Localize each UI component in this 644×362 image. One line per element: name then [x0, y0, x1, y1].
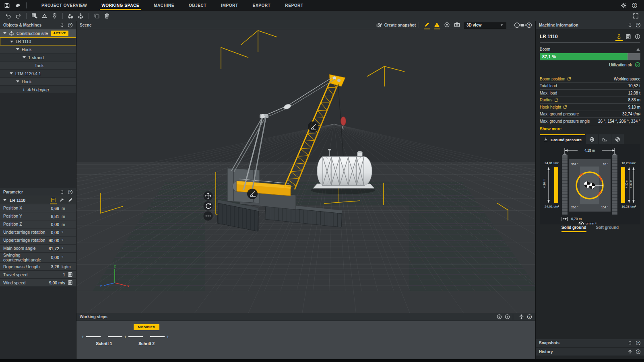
carbody-angle-badge[interactable]: [247, 189, 258, 199]
record-icon[interactable]: [444, 22, 450, 29]
snapshots-header[interactable]: Snapshots ?: [536, 339, 644, 347]
add-step-button[interactable]: +: [165, 334, 170, 339]
info-tab-icon[interactable]: [635, 34, 640, 39]
show-more-link[interactable]: Show more: [540, 127, 640, 131]
hook-tab-icon[interactable]: [616, 34, 622, 39]
collapse-panel-icon[interactable]: [627, 340, 633, 346]
tab-ground-pressure[interactable]: Ground pressure: [540, 134, 585, 144]
previous-step-icon[interactable]: [497, 314, 502, 319]
collapse-panel-icon[interactable]: [60, 23, 65, 28]
parameter-value[interactable]: 0,00: [51, 222, 59, 227]
import-object-icon[interactable]: [78, 13, 84, 19]
chevron-down-icon[interactable]: [16, 48, 19, 50]
parameter-machine-row[interactable]: LR 1110: [0, 196, 76, 204]
nav-tab-project-overview[interactable]: PROJECT OVERVIEW: [34, 0, 94, 11]
nav-tab-machine[interactable]: MACHINE: [147, 0, 182, 11]
fullscreen-icon[interactable]: [633, 13, 639, 19]
collapse-panel-icon[interactable]: [627, 23, 633, 28]
save-icon[interactable]: [4, 2, 10, 8]
nav-tab-export[interactable]: EXPORT: [246, 0, 278, 11]
help-icon[interactable]: ?: [636, 349, 641, 354]
redo-icon[interactable]: [15, 13, 21, 19]
info-label-link[interactable]: Boom position: [540, 77, 571, 81]
chevron-down-icon[interactable]: [16, 80, 19, 82]
nav-tab-report[interactable]: REPORT: [278, 0, 310, 11]
next-step-icon[interactable]: [505, 314, 510, 319]
parameter-list-tab-icon[interactable]: [51, 197, 56, 203]
undo-icon[interactable]: [5, 13, 11, 19]
insert-machine-icon[interactable]: [68, 13, 74, 19]
help-icon[interactable]: ?: [68, 189, 73, 195]
edit-pencil-icon[interactable]: [68, 197, 73, 203]
more-tool-button[interactable]: [204, 212, 213, 221]
collapse-panel-icon[interactable]: [519, 314, 524, 319]
camera-icon[interactable]: [454, 22, 460, 29]
configure-wrench-icon[interactable]: [59, 197, 64, 203]
info-label-link[interactable]: Radius: [540, 98, 558, 102]
nav-tab-object[interactable]: OBJECT: [182, 0, 214, 11]
location-pin-icon[interactable]: [52, 13, 58, 19]
create-snapshot-button[interactable]: Create snapshot: [376, 22, 416, 28]
parameter-value[interactable]: 0,69: [51, 206, 59, 211]
tree-item-tank[interactable]: Tank: [0, 62, 76, 70]
tree-item-lr-1110[interactable]: LR 1110: [0, 37, 76, 45]
snapshots-title: Snapshots: [539, 341, 559, 345]
info-icon[interactable]: [514, 22, 520, 28]
delete-icon[interactable]: [104, 13, 110, 19]
rotate-tool-button[interactable]: [204, 202, 213, 211]
parameter-value[interactable]: 0,00: [51, 255, 59, 260]
nav-tab-import[interactable]: IMPORT: [214, 0, 246, 11]
list-icon[interactable]: [68, 280, 73, 285]
video-icon[interactable]: [520, 22, 526, 28]
tab-inclination[interactable]: [598, 134, 611, 144]
parameter-value[interactable]: 3,26: [51, 264, 59, 269]
nav-tab-working-space[interactable]: WORKING SPACE: [94, 0, 147, 11]
tab-soft-ground[interactable]: Soft ground: [596, 225, 619, 232]
add-step-button[interactable]: +: [123, 334, 128, 339]
help-icon[interactable]: ?: [527, 314, 532, 319]
tree-item-hook[interactable]: Hook: [0, 45, 76, 53]
collapse-panel-icon[interactable]: [627, 349, 633, 354]
move-tool-button[interactable]: [204, 191, 213, 201]
tree-item-ltm-1120-4-1[interactable]: LTM 1120-4.1: [0, 70, 76, 78]
duplicate-icon[interactable]: [94, 13, 100, 19]
help-icon[interactable]: ?: [68, 23, 73, 28]
hook-ball[interactable]: [341, 117, 346, 125]
help-icon[interactable]: ?: [632, 2, 638, 8]
chevron-down-icon[interactable]: [23, 56, 26, 58]
view-mode-select[interactable]: 3D view: [464, 22, 506, 29]
parameter-value[interactable]: 1: [63, 272, 65, 277]
help-icon[interactable]: ?: [636, 23, 641, 28]
parameter-value[interactable]: 0,00: [51, 230, 59, 235]
settings-gear-icon[interactable]: [621, 2, 627, 8]
history-header[interactable]: History ?: [536, 348, 644, 356]
collapse-panel-icon[interactable]: [60, 189, 65, 195]
tab-solid-ground[interactable]: Solid ground: [561, 225, 586, 232]
parameter-value[interactable]: 9,00 m/s: [49, 280, 65, 285]
add-step-button[interactable]: +: [80, 334, 85, 339]
warnings-toggle-icon[interactable]: [434, 22, 440, 29]
help-icon[interactable]: ?: [526, 22, 532, 28]
chevron-down-icon[interactable]: [10, 72, 13, 74]
tree-item-1-strand[interactable]: 1-strand: [0, 53, 76, 62]
draw-tool-icon[interactable]: [424, 22, 430, 29]
tab-geo-view[interactable]: [585, 134, 598, 144]
measure-icon[interactable]: [41, 13, 47, 19]
parameter-value[interactable]: 8,81: [51, 214, 59, 219]
list-icon[interactable]: [68, 272, 73, 277]
list-tab-icon[interactable]: [625, 34, 631, 39]
grid-add-icon[interactable]: [31, 13, 37, 19]
help-icon[interactable]: ?: [636, 340, 641, 346]
chevron-down-icon[interactable]: [10, 41, 13, 43]
scene-3d-viewport[interactable]: Z X Y: [76, 29, 535, 313]
tree-item-hook[interactable]: Hook: [0, 78, 76, 86]
chevron-down-icon[interactable]: [3, 199, 6, 201]
boom-angle-badge[interactable]: [308, 121, 318, 132]
tree-item-add-rigging[interactable]: +Add rigging: [0, 86, 76, 94]
info-label-link[interactable]: Hook height: [540, 105, 567, 109]
parameter-value[interactable]: 90,00: [49, 238, 59, 243]
tree-item-construction-site[interactable]: Construction siteACTIVE: [0, 29, 76, 37]
chevron-down-icon[interactable]: [3, 32, 6, 34]
parameter-value[interactable]: 61,72: [49, 246, 59, 251]
tab-center-of-gravity[interactable]: [611, 134, 624, 144]
